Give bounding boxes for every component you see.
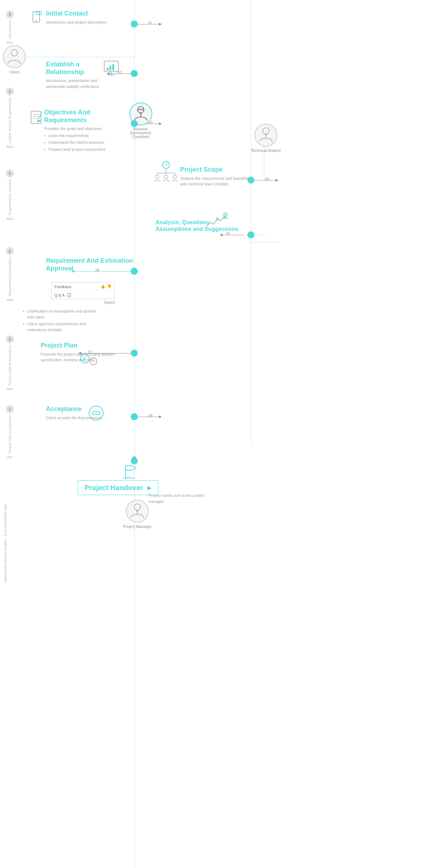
step9-number: 09 bbox=[132, 456, 136, 459]
ta-bottom-line bbox=[251, 242, 279, 242]
total-duration-label: Typical Sales Process duration - 10 to 1… bbox=[4, 477, 7, 583]
phase-project-plan-acceptance: 1 Project Plan Acceptance day bbox=[0, 405, 19, 459]
phase-project-plan-presentation: 3 Project Plan Presentation days bbox=[0, 335, 19, 391]
page-container: 3 Introduction days 2 Gather Project Req… bbox=[0, 0, 424, 868]
feedback-label: Feedback bbox=[54, 285, 100, 289]
phase-number: 2 bbox=[6, 88, 14, 95]
step2-number: 02 bbox=[118, 71, 122, 75]
svg-point-18 bbox=[40, 13, 40, 13]
phase-days: days bbox=[6, 387, 13, 391]
step4-icon bbox=[152, 161, 180, 185]
thumbs-up-icon: 👍 bbox=[100, 284, 105, 289]
step4-description: Analyse the requirements and feasibility… bbox=[180, 176, 251, 187]
phase-days: days bbox=[6, 298, 13, 302]
step1-node bbox=[131, 20, 138, 28]
svg-rect-2 bbox=[138, 109, 140, 110]
feedback-row: Feedback 👍 👎 bbox=[54, 284, 112, 291]
step4-node bbox=[247, 177, 254, 184]
step6-number: 06 bbox=[95, 268, 99, 272]
technical-analyst-label: Technical Analyst bbox=[251, 148, 281, 153]
step6-bullet1: Clarification of assumptions and queries… bbox=[23, 308, 97, 320]
phase-requirements-analysis: 3 Requirements Analysis days bbox=[0, 170, 19, 220]
phase-requirement-finalisation: 2 Requirement Finalisation days bbox=[0, 247, 19, 302]
step9-arrow-right-icon: ▶ bbox=[147, 484, 152, 491]
step5-number: 05 bbox=[226, 232, 230, 236]
phase-text: Requirement Finalisation bbox=[8, 257, 12, 296]
step7-node bbox=[131, 350, 138, 357]
step2-description: Introduction, presentation and partnersh… bbox=[46, 78, 108, 89]
step1-title: Initial Contact bbox=[46, 10, 124, 18]
project-manager-label: Project Manager bbox=[123, 524, 152, 529]
step2-title: Establish a Relationship bbox=[46, 61, 108, 76]
svg-rect-22 bbox=[112, 64, 114, 71]
technical-analyst-person-icon bbox=[258, 126, 274, 144]
phase-number: 3 bbox=[6, 11, 14, 18]
client-avatar: Client bbox=[3, 45, 26, 74]
svg-marker-6 bbox=[140, 113, 141, 114]
step6-content: Requirement And Estimation Approval bbox=[46, 257, 134, 272]
svg-point-38 bbox=[173, 175, 177, 179]
svg-rect-21 bbox=[110, 66, 111, 71]
step6-bullets: Clarification of assumptions and queries… bbox=[23, 307, 97, 333]
step7-number: 07 bbox=[88, 350, 92, 354]
step4-content: Project Scope Analyse the requirements a… bbox=[180, 166, 251, 187]
thumbs-down-icon: 👎 bbox=[107, 284, 112, 289]
svg-rect-3 bbox=[141, 109, 143, 110]
step9-title: Project Handover bbox=[84, 483, 143, 492]
svg-point-36 bbox=[155, 175, 159, 179]
client-person-icon bbox=[6, 48, 22, 66]
svg-marker-30 bbox=[37, 119, 41, 123]
step3-node bbox=[131, 120, 138, 127]
phase-text: Project Plan Presentation bbox=[8, 345, 12, 385]
svg-point-7 bbox=[263, 127, 269, 134]
phase-introduction: 3 Introduction days bbox=[0, 11, 19, 44]
project-manager-person-icon bbox=[129, 503, 145, 520]
phase-text: Gather Project Requirements bbox=[8, 97, 12, 143]
step5-content: Analysis, Questions Assumptions and Sugg… bbox=[155, 219, 240, 232]
step1-number: 01 bbox=[148, 21, 152, 25]
qa-label: Q & A bbox=[54, 293, 65, 297]
step3-bullet2: Understand the client's business bbox=[44, 139, 118, 145]
phase-number: 2 bbox=[6, 247, 14, 255]
svg-marker-12 bbox=[136, 510, 138, 512]
step6-node bbox=[131, 268, 138, 275]
step3-number: 03 bbox=[148, 121, 152, 125]
step6-title: Requirement And Estimation Approval bbox=[46, 257, 134, 272]
phase-gather: 2 Gather Project Requirements days bbox=[0, 88, 19, 148]
step7-description: Presents the project plan including deta… bbox=[41, 351, 115, 363]
phase-number: 3 bbox=[6, 335, 14, 343]
timeline-line-right bbox=[251, 0, 251, 444]
phase-text: Requirements Analysis bbox=[8, 179, 12, 215]
phase-text: Introduction bbox=[8, 20, 12, 39]
phase-days: day bbox=[7, 455, 12, 459]
project-manager-avatar: Project Manager bbox=[123, 500, 152, 529]
bdc-label: Business DevelopmentConsultant bbox=[126, 127, 155, 139]
svg-point-10 bbox=[134, 504, 140, 510]
phase-text: Project Plan Acceptance bbox=[8, 415, 12, 453]
phase-number: 1 bbox=[6, 405, 14, 413]
technical-analyst-avatar: Technical Analyst bbox=[251, 124, 281, 153]
step3-content: Objectives And Requirements Provides the… bbox=[44, 109, 118, 152]
step3-bullet3: Prepare brief project requirement bbox=[44, 147, 118, 153]
step4-number: 04 bbox=[265, 177, 269, 181]
svg-point-16 bbox=[37, 13, 37, 13]
phase-number: 3 bbox=[6, 170, 14, 177]
step8-number: 08 bbox=[148, 414, 152, 418]
step1-description: Introduction and project description bbox=[46, 19, 124, 25]
step8-node bbox=[131, 413, 138, 420]
svg-marker-9 bbox=[265, 134, 266, 136]
step5-arrow bbox=[223, 235, 244, 235]
step1-icon bbox=[28, 11, 44, 29]
step6-bullet2: Client approves requirements and estimat… bbox=[23, 321, 97, 333]
qa-row: Q & A 📋 bbox=[54, 293, 112, 297]
specs-label: Specs bbox=[51, 300, 115, 304]
client-label: Client bbox=[3, 70, 26, 74]
step5-node bbox=[247, 231, 254, 238]
step3-title: Objectives And Requirements bbox=[44, 109, 118, 124]
step6-feedback-area: Feedback 👍 👎 Q & A 📋 Specs bbox=[51, 283, 115, 304]
step4-title: Project Scope bbox=[180, 166, 251, 174]
client-to-timeline-line bbox=[26, 57, 134, 57]
svg-point-0 bbox=[11, 49, 18, 56]
step7-title: Project Plan bbox=[41, 342, 115, 350]
phase-days: days bbox=[6, 41, 13, 44]
